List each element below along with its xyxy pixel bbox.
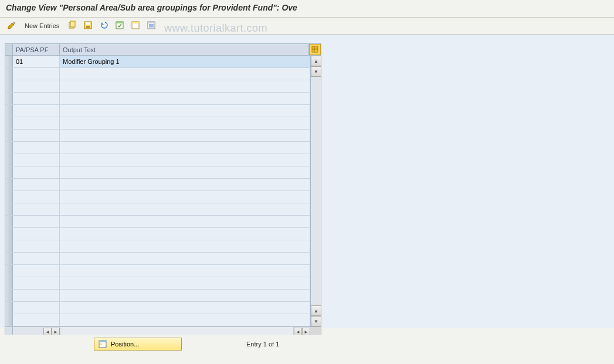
table-config-button[interactable] (309, 44, 321, 55)
cell-output[interactable] (60, 93, 310, 104)
cell-papsa[interactable] (13, 203, 60, 215)
table-row[interactable] (5, 142, 310, 154)
cell-papsa[interactable] (13, 240, 60, 252)
cell-papsa[interactable] (13, 191, 60, 203)
row-selector[interactable] (5, 56, 13, 67)
table-row[interactable] (5, 93, 310, 105)
cell-output[interactable] (60, 240, 310, 252)
cell-output[interactable] (60, 302, 310, 314)
table-row[interactable] (5, 290, 310, 302)
delete-button[interactable] (144, 20, 158, 32)
cell-output[interactable] (60, 290, 310, 301)
cell-output[interactable] (60, 191, 310, 203)
cell-output[interactable] (60, 68, 310, 80)
table-row[interactable] (5, 166, 310, 179)
cell-papsa[interactable] (13, 265, 60, 277)
row-selector[interactable] (5, 228, 13, 240)
table-row[interactable] (5, 228, 310, 240)
cell-papsa[interactable] (13, 154, 60, 166)
table-row[interactable] (5, 179, 310, 191)
row-selector[interactable] (5, 265, 13, 277)
table-row[interactable] (5, 314, 310, 326)
scroll-track[interactable] (311, 77, 321, 305)
save-button[interactable] (81, 20, 95, 32)
table-row[interactable] (5, 240, 310, 253)
row-selector[interactable] (5, 240, 13, 252)
cell-papsa[interactable] (13, 228, 60, 240)
table-row[interactable] (5, 277, 310, 290)
select-all-button[interactable] (113, 20, 127, 32)
cell-output[interactable] (60, 314, 310, 326)
row-selector[interactable] (5, 154, 13, 166)
cell-output[interactable] (60, 130, 310, 141)
row-selector[interactable] (5, 191, 13, 203)
table-row[interactable] (5, 265, 310, 277)
cell-output[interactable]: Modifier Grouping 1 (60, 56, 310, 67)
table-row[interactable] (5, 105, 310, 117)
cell-output[interactable] (60, 179, 310, 190)
row-selector[interactable] (5, 216, 13, 227)
cell-papsa[interactable] (13, 290, 60, 301)
vertical-scrollbar[interactable]: ▲ ▼ ▲ ▼ (310, 56, 321, 326)
row-selector-header[interactable] (5, 44, 13, 55)
position-button[interactable]: Position... (94, 338, 182, 351)
table-row[interactable] (5, 130, 310, 142)
table-row[interactable] (5, 203, 310, 216)
cell-papsa[interactable] (13, 93, 60, 104)
cell-output[interactable] (60, 154, 310, 166)
deselect-all-button[interactable] (128, 20, 143, 32)
row-selector[interactable] (5, 302, 13, 314)
row-selector[interactable] (5, 203, 13, 215)
cell-papsa[interactable] (13, 277, 60, 289)
scroll-up-button[interactable]: ▲ (311, 56, 321, 66)
cell-papsa[interactable] (13, 314, 60, 326)
table-row[interactable] (5, 117, 310, 130)
cell-output[interactable] (60, 228, 310, 240)
row-selector[interactable] (5, 68, 13, 80)
cell-output[interactable] (60, 117, 310, 129)
row-selector[interactable] (5, 253, 13, 264)
row-selector[interactable] (5, 277, 13, 289)
cell-papsa[interactable] (13, 142, 60, 154)
table-row[interactable] (5, 302, 310, 314)
cell-output[interactable] (60, 80, 310, 92)
table-row[interactable] (5, 154, 310, 166)
column-header-papsa[interactable]: PA/PSA PF (13, 44, 60, 55)
scroll-down-button[interactable]: ▼ (311, 316, 321, 326)
row-selector[interactable] (5, 179, 13, 190)
cell-output[interactable] (60, 216, 310, 227)
scroll-down-button[interactable]: ▼ (311, 66, 321, 77)
cell-output[interactable] (60, 265, 310, 277)
cell-papsa[interactable]: 01 (13, 56, 60, 67)
cell-output[interactable] (60, 253, 310, 264)
cell-papsa[interactable] (13, 166, 60, 178)
table-row[interactable]: 01 Modifier Grouping 1 (5, 56, 310, 68)
row-selector[interactable] (5, 117, 13, 129)
cell-output[interactable] (60, 203, 310, 215)
cell-papsa[interactable] (13, 117, 60, 129)
undo-button[interactable] (97, 20, 111, 32)
copy-button[interactable] (65, 20, 79, 32)
cell-papsa[interactable] (13, 302, 60, 314)
row-selector[interactable] (5, 166, 13, 178)
table-row[interactable] (5, 216, 310, 228)
scroll-up-button[interactable]: ▲ (311, 305, 321, 316)
change-button[interactable] (5, 20, 19, 32)
row-selector[interactable] (5, 80, 13, 92)
cell-papsa[interactable] (13, 179, 60, 190)
row-selector[interactable] (5, 105, 13, 117)
new-entries-button[interactable]: New Entries (21, 20, 63, 32)
cell-output[interactable] (60, 142, 310, 154)
row-selector[interactable] (5, 314, 13, 326)
cell-papsa[interactable] (13, 105, 60, 117)
column-header-output[interactable]: Output Text (60, 44, 309, 55)
cell-papsa[interactable] (13, 216, 60, 227)
table-row[interactable] (5, 68, 310, 80)
row-selector[interactable] (5, 93, 13, 104)
cell-papsa[interactable] (13, 80, 60, 92)
row-selector[interactable] (5, 290, 13, 301)
cell-papsa[interactable] (13, 68, 60, 80)
table-row[interactable] (5, 191, 310, 203)
table-row[interactable] (5, 253, 310, 265)
row-selector[interactable] (5, 130, 13, 141)
